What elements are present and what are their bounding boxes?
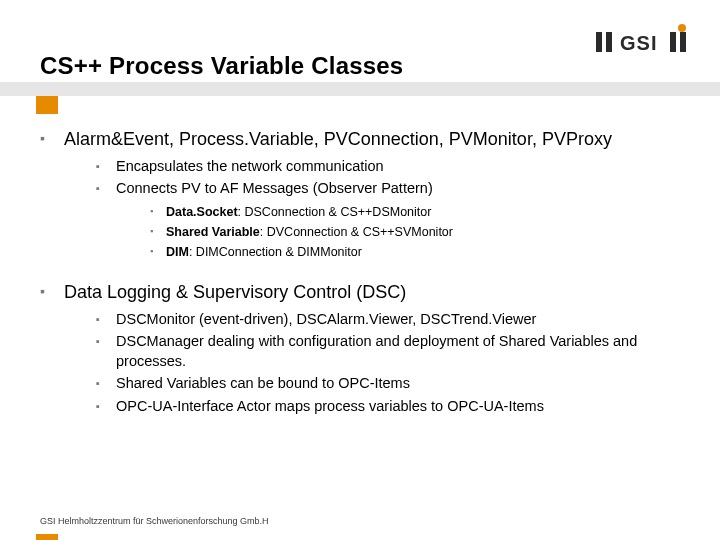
section1-subsub-0: Data.Socket: DSConnection & CS++DSMonito… — [150, 203, 692, 221]
section2-sub-3: OPC-UA-Interface Actor maps process vari… — [96, 397, 692, 417]
subsub-1-term: Shared Variable — [166, 225, 260, 239]
section2-sub-0: DSCMonitor (event-driven), DSCAlarm.View… — [96, 310, 692, 330]
section1-subsub-1: Shared Variable: DVConnection & CS++SVMo… — [150, 223, 692, 241]
section1-sub-1-text: Connects PV to AF Messages (Observer Pat… — [116, 180, 433, 196]
svg-rect-2 — [606, 32, 612, 52]
title-divider-strip — [0, 82, 720, 96]
subsub-0-rest: : DSConnection & CS++DSMonitor — [238, 205, 432, 219]
section2-heading-text: Data Logging & Supervisory Control (DSC) — [64, 282, 406, 302]
section2-sub-2: Shared Variables can be bound to OPC-Ite… — [96, 374, 692, 394]
subsub-2-term: DIM — [166, 245, 189, 259]
subsub-0-term: Data.Socket — [166, 205, 238, 219]
section1-subsub-list: Data.Socket: DSConnection & CS++DSMonito… — [150, 203, 692, 261]
svg-rect-1 — [596, 32, 602, 52]
section2-sub-1: DSCManager dealing with configuration an… — [96, 332, 692, 371]
svg-rect-4 — [670, 32, 676, 52]
section1-sublist: Encapsulates the network communication C… — [96, 157, 692, 262]
section1-subsub-2: DIM: DIMConnection & DIMMonitor — [150, 243, 692, 261]
bullet-list-lvl1: Alarm&Event, Process.Variable, PVConnect… — [40, 128, 692, 416]
svg-text:GSI: GSI — [620, 32, 657, 54]
section1-heading-text: Alarm&Event, Process.Variable, PVConnect… — [64, 129, 612, 149]
svg-point-0 — [678, 24, 686, 32]
page-title: CS++ Process Variable Classes — [40, 52, 680, 80]
section1-sub-0: Encapsulates the network communication — [96, 157, 692, 177]
content-area: Alarm&Event, Process.Variable, PVConnect… — [40, 128, 692, 422]
footer-text: GSI Helmholtzzentrum für Schwerionenfors… — [40, 516, 269, 526]
section2-heading: Data Logging & Supervisory Control (DSC)… — [40, 281, 692, 416]
svg-rect-5 — [680, 32, 686, 52]
section1-sub-1: Connects PV to AF Messages (Observer Pat… — [96, 179, 692, 261]
subsub-1-rest: : DVConnection & CS++SVMonitor — [260, 225, 453, 239]
spacer — [40, 267, 692, 281]
slide: GSI CS++ Process Variable Classes Alarm&… — [0, 0, 720, 540]
accent-block-bottom — [36, 534, 58, 540]
title-area: CS++ Process Variable Classes — [40, 52, 680, 80]
section1-heading: Alarm&Event, Process.Variable, PVConnect… — [40, 128, 692, 261]
section2-sublist: DSCMonitor (event-driven), DSCAlarm.View… — [96, 310, 692, 417]
accent-block-top — [36, 96, 58, 114]
subsub-2-rest: : DIMConnection & DIMMonitor — [189, 245, 362, 259]
